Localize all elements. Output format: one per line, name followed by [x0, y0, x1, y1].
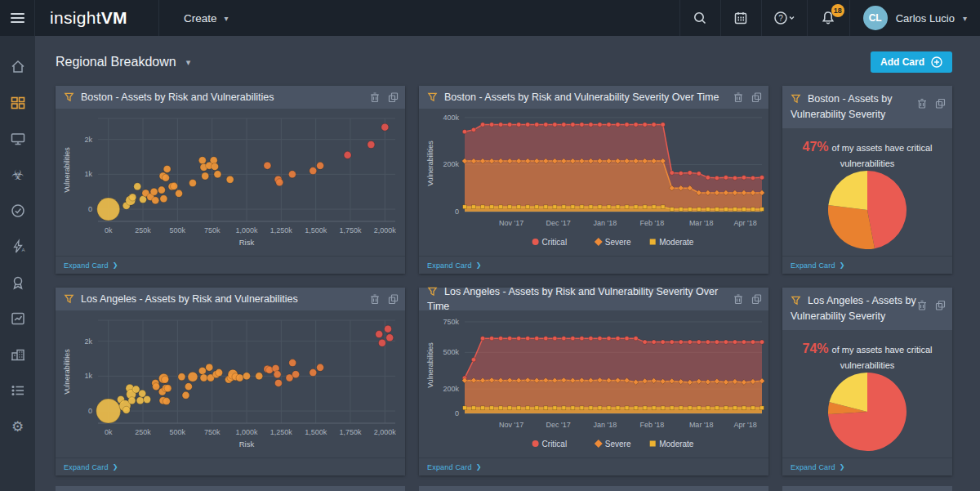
pie-chart: [782, 164, 952, 256]
card-title: Boston - Assets by Risk and Vulnerabilit…: [427, 90, 719, 105]
user-menu-button[interactable]: CL Carlos Lucio ▾: [849, 0, 980, 36]
delete-card-icon[interactable]: [370, 92, 380, 103]
next-row-card-peek: [419, 486, 768, 491]
page-title: Regional Breakdown: [56, 55, 176, 69]
card-header: Boston - Assets by Risk and Vulnerabilit…: [419, 86, 768, 109]
card-header-actions: [917, 98, 946, 109]
svg-text:Moderate: Moderate: [659, 238, 694, 247]
hamburger-menu-button[interactable]: [0, 0, 35, 36]
top-bar: insightVM Create ▾ ? 18 CL Carlos Lucio …: [0, 0, 980, 36]
svg-text:0: 0: [88, 205, 92, 213]
sidebar-item-assets[interactable]: [0, 121, 35, 157]
expand-card-link[interactable]: Expand Card❯: [56, 458, 405, 475]
sidebar-item-settings[interactable]: ⚙: [0, 408, 35, 444]
sidebar-item-reports[interactable]: [0, 301, 35, 337]
delete-card-icon[interactable]: [733, 92, 743, 103]
search-button[interactable]: [679, 0, 720, 36]
filter-funnel-icon: [427, 92, 438, 102]
notifications-button[interactable]: 18: [807, 0, 849, 36]
card-chart-area: 0200k500k750kNov '17Dec '17Jan '18Feb '1…: [419, 310, 768, 458]
duplicate-card-icon[interactable]: [388, 92, 399, 103]
svg-text:750k: 750k: [204, 428, 220, 436]
sidebar-item-activity-log[interactable]: [0, 373, 35, 408]
delete-card-icon[interactable]: [733, 294, 743, 305]
filter-funnel-icon: [64, 92, 74, 102]
card-title: Los Angeles - Assets by Risk and Vulnera…: [427, 284, 734, 314]
filter-funnel-icon: [427, 286, 438, 297]
svg-text:Moderate: Moderate: [659, 440, 694, 449]
left-sidebar: ☣ A ⚙: [0, 36, 35, 491]
svg-text:Jan '18: Jan '18: [593, 421, 617, 429]
dashboard-title-dropdown[interactable]: Regional Breakdown ▾: [56, 55, 190, 69]
duplicate-card-icon[interactable]: [388, 294, 399, 305]
svg-text:Vulnerabilities: Vulnerabilities: [426, 141, 434, 186]
card-header: Los Angeles - Assets by Risk and Vulnera…: [56, 288, 405, 310]
expand-card-link[interactable]: Expand Card❯: [56, 256, 405, 274]
svg-text:0k: 0k: [105, 226, 113, 234]
notification-badge: 18: [831, 4, 844, 17]
dashboard-card: Boston - Assets by Risk and Vulnerabilit…: [56, 86, 405, 274]
svg-text:2,000k: 2,000k: [374, 428, 397, 436]
chevron-right-icon: ❯: [476, 463, 482, 471]
svg-text:500k: 500k: [443, 348, 459, 356]
add-card-label: Add Card: [880, 56, 924, 68]
expand-card-link[interactable]: Expand Card❯: [419, 256, 768, 274]
sidebar-item-policies[interactable]: [0, 193, 35, 229]
svg-text:1,250k: 1,250k: [270, 428, 293, 436]
sidebar-item-automation[interactable]: A: [0, 229, 35, 265]
svg-text:500k: 500k: [170, 226, 186, 234]
help-button[interactable]: ?: [761, 0, 807, 36]
svg-text:1k: 1k: [84, 372, 92, 380]
sidebar-item-home[interactable]: [0, 49, 35, 85]
expand-card-link[interactable]: Expand Card❯: [419, 458, 768, 475]
chevron-right-icon: ❯: [840, 261, 845, 269]
filter-funnel-icon: [791, 295, 801, 306]
expand-card-link[interactable]: Expand Card❯: [782, 458, 952, 475]
hamburger-icon: [11, 13, 24, 23]
card-header-actions: [370, 92, 399, 103]
time-series-chart: 0200k500k750kNov '17Dec '17Jan '18Feb '1…: [419, 310, 768, 458]
card-header-actions: [917, 300, 946, 310]
sidebar-item-dashboards[interactable]: [0, 85, 35, 121]
app-logo[interactable]: insightVM: [35, 0, 158, 36]
svg-text:Mar '18: Mar '18: [689, 219, 714, 227]
add-card-button[interactable]: Add Card: [871, 51, 952, 73]
calendar-button[interactable]: [720, 0, 761, 36]
svg-text:750k: 750k: [204, 226, 220, 234]
svg-text:1k: 1k: [84, 170, 92, 178]
topbar-actions: ? 18 CL Carlos Lucio ▾: [679, 0, 980, 36]
svg-text:Risk: Risk: [239, 440, 255, 449]
sidebar-item-vulnerabilities[interactable]: ☣: [0, 157, 35, 193]
create-menu-button[interactable]: Create ▾: [158, 0, 253, 36]
svg-text:Vulnerabilities: Vulnerabilities: [426, 342, 434, 388]
svg-text:Apr '18: Apr '18: [733, 219, 756, 227]
svg-text:500k: 500k: [170, 428, 186, 436]
svg-text:Dec '17: Dec '17: [546, 421, 571, 429]
svg-text:750k: 750k: [443, 318, 459, 326]
delete-card-icon[interactable]: [917, 98, 927, 109]
card-title: Boston - Assets by Vulnerability Severit…: [791, 93, 893, 120]
duplicate-card-icon[interactable]: [751, 92, 762, 103]
svg-text:Critical: Critical: [542, 238, 568, 247]
award-ribbon-icon: [10, 275, 26, 291]
card-title: Los Angeles - Assets by Risk and Vulnera…: [64, 292, 298, 306]
svg-text:0: 0: [88, 407, 92, 415]
card-header: Boston - Assets by Vulnerability Severit…: [782, 86, 952, 128]
card-chart-area: 0200k400kNov '17Dec '17Jan '18Feb '18Mar…: [419, 109, 768, 256]
sidebar-item-goals[interactable]: [0, 265, 35, 301]
svg-text:2,000k: 2,000k: [374, 226, 397, 234]
expand-card-link[interactable]: Expand Card❯: [782, 256, 952, 274]
card-header-actions: [370, 294, 399, 305]
card-chart-area: 74%of my assets have critical vulnerabil…: [782, 330, 952, 440]
duplicate-card-icon[interactable]: [935, 300, 946, 310]
card-chart-area: 0k250k500k750k1,000k1,250k1,500k1,750k2,…: [56, 310, 405, 458]
help-icon: ?: [773, 10, 795, 26]
duplicate-card-icon[interactable]: [935, 98, 946, 109]
plus-circle-icon: [931, 56, 942, 68]
delete-card-icon[interactable]: [370, 294, 380, 305]
delete-card-icon[interactable]: [917, 300, 927, 310]
duplicate-card-icon[interactable]: [751, 294, 762, 305]
chevron-down-icon: ▾: [186, 57, 191, 68]
sidebar-item-administration[interactable]: [0, 337, 35, 373]
svg-text:A: A: [21, 248, 24, 252]
